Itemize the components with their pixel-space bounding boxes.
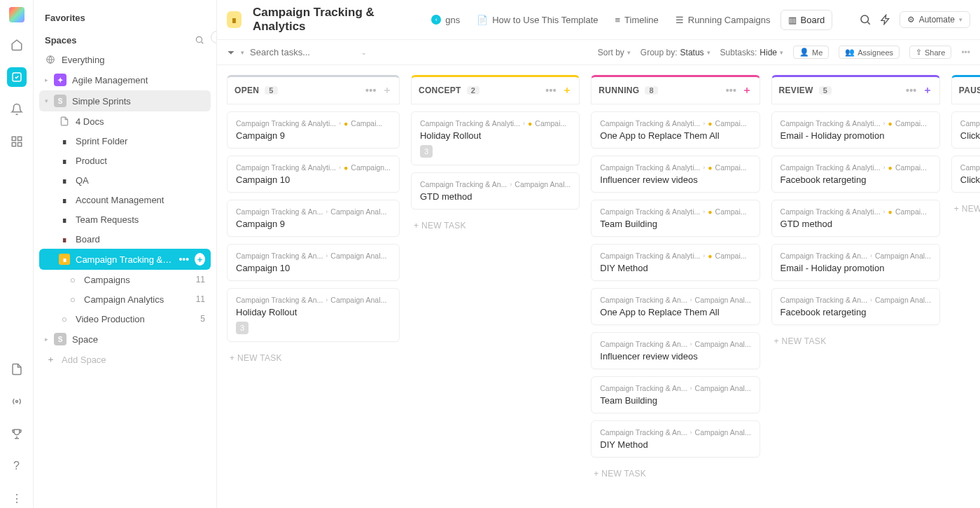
filter-icon[interactable]: ⏷ bbox=[227, 48, 235, 57]
share-button[interactable]: ⇪Share bbox=[909, 46, 951, 59]
sort-by-button[interactable]: Sort by▾ bbox=[598, 48, 631, 57]
sidebar-item-campaign-analytics[interactable]: ○Campaign Analytics11 bbox=[39, 289, 211, 309]
sidebar-everything[interactable]: Everything bbox=[39, 50, 211, 69]
task-card[interactable]: Campaign Tracking & Ana ClickUp bbox=[951, 111, 980, 149]
sidebar-collapse-icon[interactable]: ‹ bbox=[211, 31, 217, 43]
add-task-icon[interactable]: ＋ bbox=[562, 84, 572, 97]
more-icon[interactable]: ••• bbox=[726, 85, 737, 96]
task-card[interactable]: Campaign Tracking & An ClickUp bbox=[951, 156, 980, 193]
docs-icon[interactable] bbox=[7, 359, 27, 379]
task-title: ClickUp bbox=[960, 130, 980, 141]
tab-howto[interactable]: 📄How to Use This Template bbox=[470, 11, 605, 29]
home-icon[interactable] bbox=[7, 35, 27, 55]
bell-icon[interactable] bbox=[7, 99, 27, 119]
more-icon[interactable]: ••• bbox=[545, 85, 556, 96]
task-card[interactable]: Campaign Tracking & Analyti... › ● Campa… bbox=[591, 111, 760, 149]
task-breadcrumb: Campaign Tracking & An... › Campaign Ana… bbox=[236, 207, 391, 216]
sidebar-item-sprint-folder[interactable]: ∎Sprint Folder bbox=[39, 131, 211, 151]
sidebar-item-team-requests[interactable]: ∎Team Requests bbox=[39, 210, 211, 229]
tab-add-view[interactable]: ›＋View bbox=[835, 9, 836, 30]
chevron-down-icon[interactable]: ⌄ bbox=[361, 49, 367, 56]
sidebar-item-simple-sprints[interactable]: ▾ S Simple Sprints bbox=[39, 90, 211, 111]
column-header[interactable]: REVIEW 5 ••• ＋ bbox=[771, 75, 940, 104]
task-card[interactable]: Campaign Tracking & An... › Campaign Ana… bbox=[227, 244, 400, 281]
tab-timeline[interactable]: ≡Timeline bbox=[608, 11, 666, 29]
me-button[interactable]: 👤Me bbox=[793, 46, 829, 59]
sidebar-spaces-header[interactable]: Spaces bbox=[39, 30, 211, 50]
more-icon[interactable]: ⋮ bbox=[7, 488, 27, 508]
task-card[interactable]: Campaign Tracking & An... › Campaign Ana… bbox=[591, 376, 760, 413]
sidebar-item-campaign-tracking[interactable]: ∎ Campaign Tracking & Analy... ••• + bbox=[39, 249, 211, 270]
automate-button[interactable]: ⚙Automate▾ bbox=[899, 11, 970, 28]
sidebar-favorites-header[interactable]: Favorites bbox=[39, 8, 211, 27]
new-task-button[interactable]: + NEW TASK bbox=[771, 332, 940, 350]
space-icon: ✦ bbox=[54, 74, 66, 86]
sidebar-item-agile[interactable]: ▸ ✦ Agile Management bbox=[39, 69, 211, 90]
subtasks-button[interactable]: Subtasks: Hide▾ bbox=[720, 48, 783, 57]
task-card[interactable]: Campaign Tracking & An... › Campaign Ana… bbox=[591, 332, 760, 369]
task-card[interactable]: Campaign Tracking & Analyti... › ● Campa… bbox=[771, 156, 940, 193]
task-card[interactable]: Campaign Tracking & Analyti... › ● Campa… bbox=[411, 111, 580, 165]
search-input[interactable] bbox=[250, 47, 348, 57]
more-icon[interactable]: ••• bbox=[365, 85, 377, 96]
column-header[interactable]: PAUSED 2 ••• ＋ bbox=[951, 75, 980, 104]
new-task-button[interactable]: + NEW TASK bbox=[227, 349, 400, 367]
more-icon[interactable]: ••• bbox=[906, 85, 917, 96]
sidebar-item-qa[interactable]: ∎QA bbox=[39, 170, 211, 190]
app-logo-icon[interactable] bbox=[9, 7, 24, 22]
bolt-icon[interactable] bbox=[880, 14, 891, 25]
new-task-button[interactable]: + NEW TASK bbox=[591, 465, 760, 483]
more-icon[interactable]: ••• bbox=[178, 254, 189, 265]
search-icon[interactable] bbox=[194, 34, 205, 46]
task-card[interactable]: Campaign Tracking & Analyti... › ● Campa… bbox=[227, 156, 400, 193]
pulse-icon[interactable] bbox=[7, 392, 27, 411]
help-icon[interactable]: ? bbox=[7, 456, 27, 476]
sidebar-item-product[interactable]: ∎Product bbox=[39, 151, 211, 170]
trophy-icon[interactable] bbox=[7, 424, 27, 444]
sidebar-add-space[interactable]: ＋ Add Space bbox=[39, 350, 211, 369]
tab-campaigns-partial[interactable]: ‹gns bbox=[424, 11, 467, 29]
sidebar-item-space[interactable]: ▸ S Space bbox=[39, 329, 211, 350]
timeline-icon: ≡ bbox=[615, 15, 621, 25]
tab-running[interactable]: ☰Running Campaigns bbox=[668, 11, 778, 29]
task-breadcrumb: Campaign Tracking & Analyti... › ● Campa… bbox=[236, 163, 391, 172]
column-header[interactable]: OPEN 5 ••• ＋ bbox=[227, 75, 400, 104]
sidebar-item-video-production[interactable]: ○Video Production5 bbox=[39, 309, 211, 329]
add-icon[interactable]: + bbox=[195, 253, 205, 266]
task-card[interactable]: Campaign Tracking & Analyti... › ● Campa… bbox=[591, 156, 760, 193]
search-icon[interactable] bbox=[859, 13, 872, 26]
column-header[interactable]: CONCEPT 2 ••• ＋ bbox=[411, 75, 580, 104]
new-task-button[interactable]: + NEW TASK bbox=[951, 200, 980, 218]
add-task-icon[interactable]: ＋ bbox=[923, 84, 932, 97]
more-icon[interactable]: ••• bbox=[961, 48, 970, 57]
task-card[interactable]: Campaign Tracking & An... › Campaign Ana… bbox=[227, 200, 400, 237]
task-card[interactable]: Campaign Tracking & Analyti... › ● Campa… bbox=[591, 244, 760, 281]
task-card[interactable]: Campaign Tracking & An... › Campaign Ana… bbox=[411, 172, 580, 210]
task-breadcrumb: Campaign Tracking & Analyti... › ● Campa… bbox=[780, 207, 931, 216]
task-card[interactable]: Campaign Tracking & An... › Campaign Ana… bbox=[771, 288, 940, 325]
sidebar-item-docs[interactable]: 4 Docs bbox=[39, 111, 211, 131]
group-by-button[interactable]: Group by: Status▾ bbox=[640, 48, 710, 57]
new-task-button[interactable]: + NEW TASK bbox=[411, 217, 580, 235]
task-card[interactable]: Campaign Tracking & An... › Campaign Ana… bbox=[771, 244, 940, 281]
task-card[interactable]: Campaign Tracking & Analyti... › ● Campa… bbox=[771, 200, 940, 237]
column-header[interactable]: RUNNING 8 ••• ＋ bbox=[591, 75, 760, 104]
svg-point-5 bbox=[15, 401, 18, 403]
status-dot-icon: ● bbox=[888, 207, 892, 216]
sidebar-item-board[interactable]: ∎Board bbox=[39, 229, 211, 249]
board: OPEN 5 ••• ＋Campaign Tracking & Analyti.… bbox=[217, 65, 980, 508]
task-card[interactable]: Campaign Tracking & An... › Campaign Ana… bbox=[591, 420, 760, 458]
dashboards-icon[interactable] bbox=[7, 132, 27, 151]
add-task-icon[interactable]: ＋ bbox=[382, 84, 392, 97]
add-task-icon[interactable]: ＋ bbox=[742, 84, 752, 97]
task-card[interactable]: Campaign Tracking & Analyti... › ● Campa… bbox=[591, 200, 760, 237]
task-card[interactable]: Campaign Tracking & An... › Campaign Ana… bbox=[591, 288, 760, 325]
sidebar-item-campaigns[interactable]: ○Campaigns11 bbox=[39, 270, 211, 289]
task-card[interactable]: Campaign Tracking & Analyti... › ● Campa… bbox=[771, 111, 940, 149]
task-card[interactable]: Campaign Tracking & An... › Campaign Ana… bbox=[227, 288, 400, 342]
sidebar-item-account-mgmt[interactable]: ∎Account Management bbox=[39, 190, 211, 210]
tasks-icon[interactable] bbox=[7, 67, 27, 87]
assignees-button[interactable]: 👥Assignees bbox=[839, 46, 899, 59]
tab-board[interactable]: ▥Board bbox=[780, 10, 833, 30]
task-card[interactable]: Campaign Tracking & Analyti... › ● Campa… bbox=[227, 111, 400, 149]
